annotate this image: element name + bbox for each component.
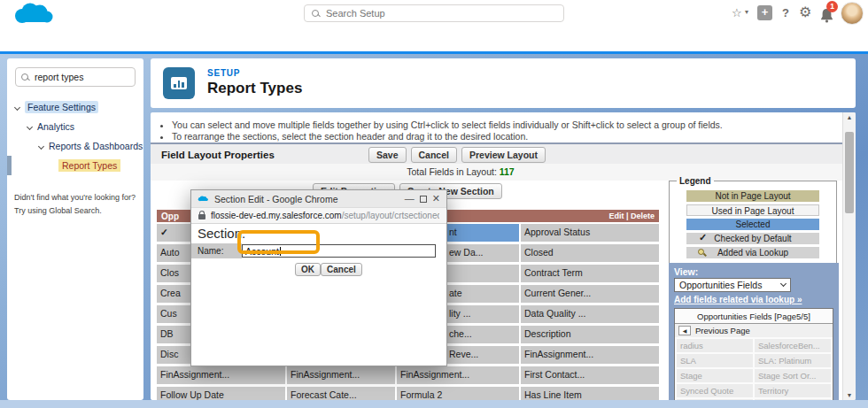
sidebar-item-analytics[interactable]: Analytics bbox=[7, 117, 143, 136]
salesforce-cloud-icon bbox=[198, 195, 209, 203]
cancel-button[interactable]: Cancel bbox=[321, 263, 362, 276]
chevron-down-icon bbox=[38, 142, 44, 149]
instructions-list: You can select and move multiple fields … bbox=[172, 119, 818, 142]
palette-field: SLA bbox=[677, 354, 753, 367]
view-label: View: bbox=[674, 266, 833, 277]
palette-field: Territory bbox=[755, 384, 831, 397]
field-cell[interactable]: FinAssignment... bbox=[287, 366, 395, 384]
field-cell[interactable]: Description bbox=[521, 326, 659, 343]
palette-field: Synced Quote bbox=[677, 384, 753, 397]
chevron-down-icon bbox=[27, 123, 33, 129]
popup-title: Section Edit - Google Chrome bbox=[214, 194, 399, 204]
field-cell[interactable]: Current Gener... bbox=[521, 285, 659, 303]
field-cell[interactable]: Contract Term bbox=[521, 265, 659, 282]
field-cell[interactable]: Forecast Cate... bbox=[287, 387, 395, 400]
page-eyebrow: SETUP bbox=[207, 68, 240, 78]
legend-item-selected: Selected bbox=[686, 219, 819, 230]
total-fields-value: 117 bbox=[500, 166, 515, 177]
field-cell[interactable]: Follow Up Date bbox=[157, 387, 285, 400]
lock-icon bbox=[198, 214, 205, 219]
instruction-item: You can select and move multiple fields … bbox=[172, 119, 818, 130]
quick-create-icon[interactable]: + bbox=[757, 5, 772, 20]
popup-body: Section: Name: Account OK Cancel bbox=[191, 224, 446, 366]
setup-nav-bar bbox=[0, 27, 868, 51]
cancel-button[interactable]: Cancel bbox=[411, 147, 457, 163]
legend-title: Legend bbox=[677, 176, 714, 186]
palette-field: radius bbox=[677, 339, 753, 352]
palette-field-grid: radius SalesforceBen... SLA SLA: Platinu… bbox=[675, 337, 833, 400]
scroll-down-icon[interactable]: ▼ bbox=[843, 392, 856, 398]
field-cell[interactable]: Data Quality ... bbox=[521, 305, 659, 323]
chevron-down-icon bbox=[780, 281, 787, 287]
field-cell[interactable]: Has Line Item bbox=[521, 387, 659, 400]
field-cell[interactable]: FinAssignment... bbox=[157, 366, 285, 384]
field-cell[interactable]: Approval Status bbox=[521, 224, 659, 242]
page-header: SETUP Report Types bbox=[151, 58, 856, 108]
sidebar-item-feature-settings[interactable]: Feature Settings bbox=[7, 97, 143, 117]
field-cell[interactable]: First Contact... bbox=[521, 366, 659, 384]
sidebar-item-report-types[interactable]: Report Types bbox=[7, 156, 143, 175]
avatar[interactable] bbox=[841, 2, 864, 25]
search-icon bbox=[21, 73, 29, 81]
active-item-indicator bbox=[7, 156, 12, 175]
chevron-down-icon bbox=[14, 104, 20, 110]
close-icon[interactable]: ✕ bbox=[432, 194, 440, 204]
palette-field: SalesforceBen... bbox=[755, 339, 831, 352]
sidebar-search[interactable] bbox=[15, 67, 136, 87]
browser-app-header: Search Setup ☆ ▾ + ? ⚙ 1 bbox=[0, 0, 868, 27]
field-layout-properties-bar: Field Layout Properties Save Cancel Prev… bbox=[151, 142, 842, 164]
favorites-star-icon[interactable]: ☆ bbox=[732, 6, 742, 19]
sidebar-item-reports-dashboards[interactable]: Reports & Dashboards bbox=[7, 136, 143, 156]
view-select[interactable]: Opportunities Fields bbox=[674, 278, 791, 292]
sidebar-search-input[interactable] bbox=[35, 72, 123, 82]
instruction-item: To rearrange the sections, select the se… bbox=[172, 131, 818, 142]
add-fields-lookup-link[interactable]: Add fields related via lookup » bbox=[674, 295, 833, 304]
search-placeholder: Search Setup bbox=[326, 8, 385, 19]
content-scrollbar[interactable]: ▲ ▼ bbox=[842, 112, 856, 400]
popup-title-bar[interactable]: Section Edit - Google Chrome — ✕ bbox=[191, 190, 446, 208]
section-header-label: Opp bbox=[161, 212, 179, 221]
previous-page-icon[interactable]: ◀ bbox=[678, 326, 691, 335]
field-cell[interactable]: Closed bbox=[521, 244, 659, 262]
scroll-up-icon[interactable]: ▲ bbox=[843, 114, 856, 120]
fields-palette-title: Opportunities Fields [Page5/5] bbox=[675, 309, 833, 324]
previous-page-row[interactable]: ◀ Previous Page bbox=[675, 324, 833, 337]
notification-badge: 1 bbox=[826, 1, 838, 12]
scrollbar-thumb[interactable] bbox=[845, 132, 854, 213]
field-cell[interactable]: Formula 2 bbox=[397, 387, 519, 400]
sidebar-help-text: Didn't find what you're looking for? Try… bbox=[14, 191, 136, 218]
url-domain: flossie-dev-ed.my.salesforce.com bbox=[211, 211, 342, 220]
name-label: Name: bbox=[191, 243, 242, 258]
legend-item-added-via-lookup: Added via Lookup bbox=[686, 247, 819, 258]
section-edit-popup: Section Edit - Google Chrome — ✕ flossie… bbox=[190, 189, 447, 366]
popup-address-bar[interactable]: flossie-dev-ed.my.salesforce.com/setup/l… bbox=[191, 208, 446, 224]
legend-item-checked-by-default: ✓ Checked by Default bbox=[686, 233, 819, 244]
setup-sidebar: Feature Settings Analytics Reports & Das… bbox=[7, 58, 143, 400]
legend-item-used-in-layout: Used in Page Layout bbox=[686, 204, 819, 216]
preview-layout-button[interactable]: Preview Layout bbox=[461, 147, 546, 163]
section-title: Field Layout Properties bbox=[161, 150, 275, 160]
global-search-input[interactable]: Search Setup bbox=[304, 4, 564, 22]
palette-field: Stage bbox=[677, 369, 753, 382]
favorites-caret-icon[interactable]: ▾ bbox=[745, 8, 748, 16]
field-cell[interactable]: FinAssignment... bbox=[521, 346, 659, 364]
annotation-highlight-box bbox=[237, 230, 320, 254]
nav-underline bbox=[0, 51, 868, 54]
gear-icon[interactable]: ⚙ bbox=[799, 4, 811, 20]
page-title: Report Types bbox=[207, 80, 302, 97]
legend-item-not-in-layout: Not in Page Layout bbox=[686, 190, 819, 202]
minimize-icon[interactable]: — bbox=[405, 194, 415, 204]
search-icon bbox=[312, 10, 320, 18]
field-cell[interactable]: FinAssignment... bbox=[397, 366, 519, 384]
help-icon[interactable]: ? bbox=[782, 6, 789, 19]
check-icon: ✓ bbox=[699, 232, 707, 243]
report-types-icon bbox=[163, 67, 195, 99]
fields-palette: Opportunities Fields [Page5/5] ◀ Previou… bbox=[674, 308, 833, 400]
ok-button[interactable]: OK bbox=[295, 263, 321, 276]
palette-field: SLA: Platinum bbox=[755, 354, 831, 367]
maximize-icon[interactable] bbox=[420, 196, 427, 203]
magnifier-icon bbox=[698, 249, 705, 256]
salesforce-logo-icon bbox=[12, 2, 57, 26]
section-edit-delete-links[interactable]: Edit | Delete bbox=[608, 212, 655, 220]
save-button[interactable]: Save bbox=[368, 147, 407, 163]
